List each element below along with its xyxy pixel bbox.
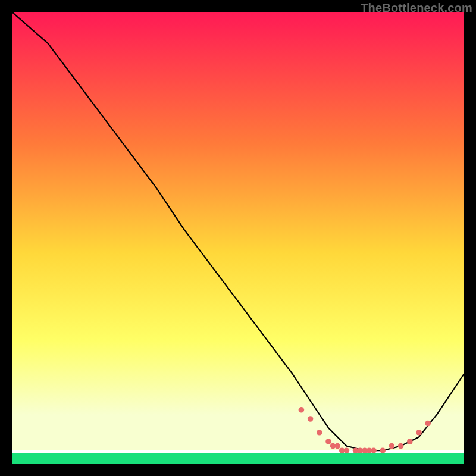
white-band xyxy=(12,450,464,453)
cluster-point xyxy=(334,443,340,449)
gradient-background xyxy=(12,12,464,450)
cluster-point xyxy=(389,443,395,449)
cluster-point xyxy=(317,430,322,436)
cluster-point xyxy=(380,447,386,453)
green-band xyxy=(12,453,464,464)
cluster-point xyxy=(425,421,431,427)
cluster-point xyxy=(325,439,331,444)
cluster-point xyxy=(398,443,404,449)
chart-frame: TheBottleneck.com xyxy=(0,0,476,476)
cluster-point xyxy=(407,439,413,444)
cluster-point xyxy=(371,447,377,453)
cluster-point xyxy=(344,447,350,453)
cluster-point xyxy=(416,430,422,436)
cluster-point xyxy=(299,407,305,413)
bottleneck-chart xyxy=(12,12,464,464)
cluster-point xyxy=(308,416,314,422)
